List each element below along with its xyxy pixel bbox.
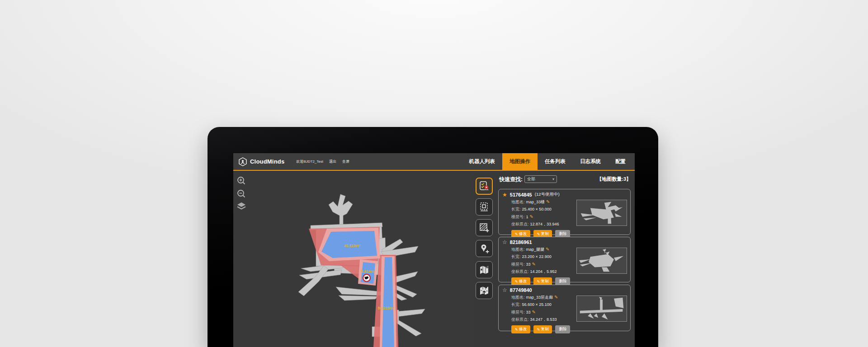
- field-label-origin: 坐标原点:: [511, 269, 529, 274]
- map-origin-value: 12.874，33.946: [530, 222, 559, 226]
- map-floor-value: 33: [526, 310, 531, 314]
- cloudminds-hexagon-icon: [238, 157, 247, 166]
- desktop-background: CloudMinds 欢迎BJDT2_Test 退出 全屏 机器人列表 地图操作…: [0, 0, 868, 347]
- laptop-bezel: CloudMinds 欢迎BJDT2_Test 退出 全屏 机器人列表 地图操作…: [208, 127, 658, 347]
- field-label-size: 长宽:: [511, 302, 521, 307]
- map-thumbnail: [576, 200, 627, 226]
- field-label-floor: 楼层号:: [511, 262, 525, 267]
- logout-link[interactable]: 退出: [329, 159, 336, 164]
- map-card[interactable]: ☆ 82186961 地图名:map_腿腿✎ 长宽:23.200 × 22.90…: [498, 237, 631, 282]
- map-size-value: 25.400 × 50.000: [522, 207, 552, 211]
- field-label-floor: 楼层号:: [511, 310, 525, 314]
- layers-button[interactable]: [236, 202, 246, 211]
- main-nav: 机器人列表 地图操作 任务列表 日志系统 配置: [462, 153, 635, 170]
- map-id: 82186961: [510, 239, 532, 245]
- pencil-icon: ✎: [515, 232, 518, 236]
- field-label-origin: 坐标原点:: [511, 317, 529, 322]
- copy-button[interactable]: ✎复制: [533, 325, 552, 333]
- map-with-pin-icon: [479, 264, 490, 275]
- tab-configuration[interactable]: 配置: [608, 153, 633, 170]
- map-origin-value: 34.247，8.533: [530, 317, 557, 322]
- map-floor-value: 1: [526, 215, 528, 219]
- map-name-value: map_33楼: [526, 200, 545, 204]
- tab-log-system[interactable]: 日志系统: [573, 153, 608, 170]
- map-measure-icon: [479, 202, 490, 212]
- tool-map-task-list-button[interactable]: [476, 178, 493, 195]
- tool-map-measure-button[interactable]: [476, 198, 493, 216]
- app-header: CloudMinds 欢迎BJDT2_Test 退出 全屏 机器人列表 地图操作…: [233, 153, 635, 171]
- map-size-value: 23.200 × 22.900: [522, 254, 552, 259]
- map-id: 51764845: [510, 192, 532, 197]
- map-usage-note: (12号使用中): [535, 192, 560, 197]
- tool-poi-add-button[interactable]: [476, 240, 493, 257]
- map-thumbnail: [576, 295, 627, 322]
- map-count-text: 【地图数量:3】: [597, 176, 631, 183]
- fullscreen-link[interactable]: 全屏: [342, 159, 349, 164]
- edit-pencil-icon[interactable]: ✎: [546, 199, 550, 204]
- welcome-text: 欢迎BJDT2_Test: [296, 159, 323, 164]
- map-thumbnail: [576, 248, 627, 274]
- zoom-in-button[interactable]: [236, 176, 246, 186]
- map-origin-value: 14.204，5.952: [530, 269, 557, 274]
- field-label-name: 地图名:: [511, 295, 525, 300]
- field-label-size: 长宽:: [511, 207, 521, 211]
- virtual-wall-add-icon: [479, 222, 490, 233]
- chevron-down-icon: ▾: [552, 177, 554, 181]
- map-card[interactable]: ☆ 87749840 地图名:map_33层走廊✎ 长宽:56.600 × 25…: [498, 285, 631, 331]
- robot-position-marker[interactable]: [363, 274, 370, 281]
- zoom-out-button[interactable]: [236, 189, 246, 199]
- map-id: 87749840: [510, 287, 532, 293]
- field-label-origin: 坐标原点:: [511, 222, 529, 226]
- brand-name: CloudMinds: [250, 158, 284, 165]
- delete-button[interactable]: 删除: [555, 325, 570, 333]
- quick-find-label: 快速查找:: [499, 176, 523, 183]
- tab-map-operations[interactable]: 地图操作: [502, 153, 538, 170]
- favorite-star-icon[interactable]: ☆: [502, 287, 507, 293]
- pencil-icon: ✎: [537, 328, 540, 332]
- map-floor-value: 33: [526, 262, 531, 267]
- app-screen: CloudMinds 欢迎BJDT2_Test 退出 全屏 机器人列表 地图操作…: [233, 153, 635, 347]
- pencil-icon: ✎: [537, 232, 540, 236]
- map-card[interactable]: ★ 51764845 (12号使用中) 地图名:map_33楼✎ 长宽:25.4…: [498, 189, 631, 235]
- pencil-icon: ✎: [515, 328, 518, 332]
- tool-virtual-wall-add-button[interactable]: [476, 219, 493, 236]
- tab-robot-list[interactable]: 机器人列表: [462, 153, 503, 170]
- area-label-1: 40.519m²: [344, 244, 361, 248]
- map-upload-icon: [479, 285, 490, 296]
- field-label-name: 地图名:: [511, 247, 525, 252]
- edit-pencil-icon[interactable]: ✎: [546, 247, 549, 252]
- tool-map-marker-button[interactable]: [476, 261, 493, 278]
- field-label-name: 地图名:: [511, 200, 525, 204]
- map-name-value: map_33层走廊: [526, 295, 553, 300]
- poi-add-icon: [479, 243, 490, 254]
- pencil-icon: ✎: [515, 280, 518, 284]
- edit-pencil-icon[interactable]: ✎: [532, 262, 536, 267]
- map-name-value: map_腿腿: [526, 247, 545, 252]
- dropdown-selected-value: 全部: [527, 176, 552, 182]
- map-task-list-icon: [478, 180, 490, 192]
- field-label-floor: 楼层号:: [511, 215, 525, 219]
- area-label-2: 8.614m²: [361, 269, 375, 274]
- brand-logo: CloudMinds: [238, 157, 284, 166]
- edit-pencil-icon[interactable]: ✎: [530, 214, 533, 219]
- favorite-star-icon[interactable]: ☆: [502, 239, 507, 245]
- tool-map-upload-button[interactable]: [476, 282, 493, 299]
- tab-task-list[interactable]: 任务列表: [538, 153, 573, 170]
- map-filter-dropdown[interactable]: 全部 ▾: [524, 175, 557, 183]
- modify-button[interactable]: ✎修改: [511, 325, 530, 333]
- map-size-value: 56.600 × 25.100: [522, 302, 552, 307]
- favorite-star-icon[interactable]: ★: [502, 192, 507, 197]
- map-canvas[interactable]: 40.519m² 8.614m² 80.215m²: [233, 171, 473, 347]
- field-label-size: 长宽:: [511, 254, 521, 259]
- edit-pencil-icon[interactable]: ✎: [532, 309, 536, 314]
- webcam-dot: [432, 133, 434, 135]
- edit-pencil-icon[interactable]: ✎: [554, 295, 558, 300]
- pencil-icon: ✎: [537, 280, 540, 284]
- area-label-3: 80.215m²: [378, 306, 395, 310]
